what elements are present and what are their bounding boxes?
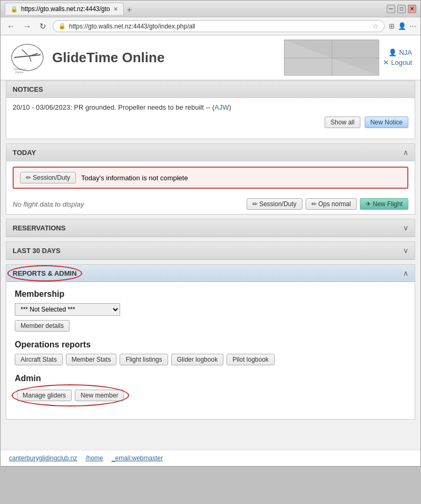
user-profile-icon[interactable]: 👤: [398, 22, 406, 30]
reports-title-wrap: REPORTS & ADMIN: [13, 269, 77, 277]
pencil-icon3: ✏: [311, 200, 317, 208]
admin-section: Admin Manage gliders New member: [15, 374, 406, 403]
today-alert-box: ✏ Session/Duty Today's information is no…: [13, 167, 408, 189]
reservations-title: RESERVATIONS: [13, 224, 65, 232]
content-area: NOTICES 20/10 - 03/06/2023: PR grounded.…: [1, 81, 420, 450]
tab-area: 🔒 https://gto.walls.net.nz:4443/gto ✕ +: [5, 3, 387, 15]
membership-section: Membership *** Not Selected *** Member d…: [15, 289, 406, 332]
operations-buttons: Aircraft Stats Member Stats Flight listi…: [15, 354, 406, 365]
url-bar[interactable]: 🔒 https://gto.walls.net.nz:4443/gto/inde…: [53, 20, 385, 32]
session-duty-button[interactable]: ✏ Session/Duty: [247, 198, 302, 210]
member-details-row: Member details: [15, 320, 406, 332]
admin-title: Admin: [15, 374, 406, 383]
member-details-button[interactable]: Member details: [15, 320, 70, 332]
reports-title: REPORTS & ADMIN: [13, 269, 77, 277]
no-flight-text: No flight data to display: [13, 200, 84, 208]
site-header: Canterbury Gliding Club GlideTime Online: [1, 35, 420, 81]
operations-section: Operations reports Aircraft Stats Member…: [15, 340, 406, 365]
member-stats-button[interactable]: Member Stats: [66, 354, 117, 365]
back-button[interactable]: ←: [5, 21, 17, 32]
notices-header: NOTICES: [6, 81, 415, 98]
new-member-button[interactable]: New member: [75, 390, 124, 401]
plane-icon: ✈: [366, 200, 371, 208]
new-flight-button[interactable]: ✈ New Flight: [360, 198, 408, 210]
last30-header[interactable]: LAST 30 DAYS ∨: [6, 242, 415, 259]
notice-link[interactable]: AJW: [214, 103, 229, 111]
last30-panel: LAST 30 DAYS ∨: [6, 241, 415, 260]
header-banner: [284, 40, 379, 75]
reports-panel: REPORTS & ADMIN ∧ Membership *** Not Sel…: [6, 264, 415, 420]
membership-title: Membership: [15, 289, 406, 299]
user-name: NJA: [399, 49, 412, 56]
ops-normal-button[interactable]: ✏ Ops normal: [306, 198, 357, 210]
browser-icons: ⊞ 👤 ⋯: [389, 22, 416, 30]
lock-icon: 🔒: [58, 23, 66, 30]
footer-link-3[interactable]: _email:webmaster: [112, 454, 163, 462]
pilot-logbook-button[interactable]: Pilot logbook: [227, 354, 275, 365]
member-select-row: *** Not Selected ***: [15, 303, 406, 316]
alert-message: Today's information is not complete: [81, 174, 188, 182]
notice-body: 20/10 - 03/06/2023: PR grounded. Propell…: [13, 103, 212, 111]
last30-toggle: ∨: [403, 246, 408, 255]
address-bar: ← → ↻ 🔒 https://gto.walls.net.nz:4443/gt…: [1, 17, 420, 35]
page-body: Canterbury Gliding Club GlideTime Online: [1, 35, 420, 466]
admin-buttons-wrap: Manage gliders New member: [15, 387, 126, 403]
reports-header[interactable]: REPORTS & ADMIN ∧: [6, 265, 415, 282]
svg-line-2: [22, 50, 27, 55]
new-notice-button[interactable]: New Notice: [365, 117, 408, 128]
last30-title: LAST 30 DAYS: [13, 247, 61, 255]
browser-tab[interactable]: 🔒 https://gto.walls.net.nz:4443/gto ✕: [5, 3, 124, 15]
logo-svg: Canterbury Gliding Club: [9, 42, 46, 73]
svg-text:Gliding: Gliding: [15, 71, 24, 73]
today-panel: TODAY ∧ ✏ Session/Duty Today's informati…: [6, 143, 415, 215]
notices-panel: NOTICES 20/10 - 03/06/2023: PR grounded.…: [6, 81, 415, 139]
url-text: https://gto.walls.net.nz:4443/gto/index.…: [69, 23, 369, 30]
logout-link[interactable]: ✕ Logout: [383, 59, 412, 66]
tab-title: https://gto.walls.net.nz:4443/gto: [21, 5, 110, 13]
no-flight-row: No flight data to display ✏ Session/Duty…: [6, 194, 415, 214]
menu-icon[interactable]: ⋯: [409, 22, 416, 30]
logout-label: Logout: [391, 59, 412, 66]
close-button[interactable]: ✕: [408, 5, 416, 13]
reservations-toggle: ∨: [403, 224, 408, 232]
operations-title: Operations reports: [15, 340, 406, 350]
reservations-header[interactable]: RESERVATIONS ∨: [6, 219, 415, 237]
glider-logbook-button[interactable]: Glider logbook: [171, 354, 223, 365]
footer-link-1[interactable]: canterburyglidingclub.nz: [9, 454, 77, 462]
member-select[interactable]: *** Not Selected ***: [15, 303, 120, 316]
notice-content: 20/10 - 03/06/2023: PR grounded. Propell…: [6, 98, 415, 133]
reports-content: Membership *** Not Selected *** Member d…: [6, 282, 415, 419]
user-profile-link[interactable]: 👤 NJA: [388, 49, 412, 56]
maximize-button[interactable]: □: [397, 5, 406, 13]
show-all-button[interactable]: Show all: [325, 117, 360, 128]
notice-text: 20/10 - 03/06/2023: PR grounded. Propell…: [13, 103, 408, 111]
user-menu: 👤 NJA ✕ Logout: [379, 49, 412, 66]
bookmark-icon[interactable]: ☆: [373, 22, 379, 30]
refresh-button[interactable]: ↻: [37, 21, 48, 32]
tab-favicon: 🔒: [11, 6, 18, 13]
new-tab-button[interactable]: +: [124, 5, 135, 15]
aircraft-stats-button[interactable]: Aircraft Stats: [15, 354, 63, 365]
site-footer: canterburyglidingclub.nz /home _email:we…: [1, 450, 420, 466]
svg-line-1: [14, 55, 41, 57]
reports-toggle: ∧: [403, 269, 408, 277]
logo-area: Canterbury Gliding Club GlideTime Online: [9, 42, 164, 73]
pencil-icon: ✏: [26, 174, 31, 181]
minimize-button[interactable]: ─: [387, 5, 395, 13]
forward-button[interactable]: →: [21, 21, 33, 32]
footer-link-2[interactable]: /home: [85, 454, 103, 462]
window-controls: ─ □ ✕: [387, 5, 416, 13]
session-duty-alert-button[interactable]: ✏ Session/Duty: [20, 172, 76, 183]
title-bar: 🔒 https://gto.walls.net.nz:4443/gto ✕ + …: [1, 1, 420, 17]
manage-gliders-button[interactable]: Manage gliders: [17, 390, 72, 401]
pencil-icon2: ✏: [252, 200, 258, 208]
today-header[interactable]: TODAY ∧: [6, 144, 415, 161]
today-toggle-icon: ∧: [403, 148, 408, 157]
notices-title: NOTICES: [13, 85, 43, 93]
notice-actions: Show all New Notice: [13, 117, 408, 128]
reservations-panel: RESERVATIONS ∨: [6, 219, 415, 237]
tab-close-button[interactable]: ✕: [113, 6, 118, 13]
flight-listings-button[interactable]: Flight listings: [120, 354, 168, 365]
extensions-icon[interactable]: ⊞: [389, 22, 395, 30]
browser-window: 🔒 https://gto.walls.net.nz:4443/gto ✕ + …: [0, 0, 421, 467]
